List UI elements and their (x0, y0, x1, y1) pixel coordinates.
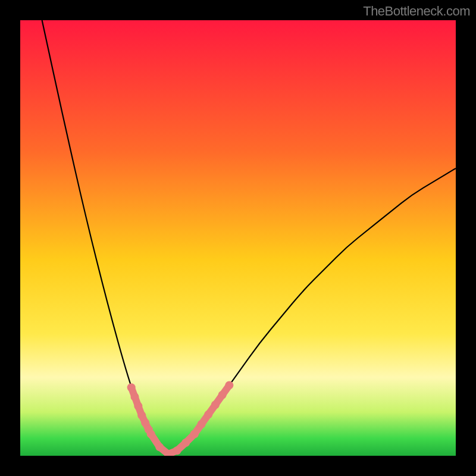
chart-frame: TheBottleneck.com (0, 0, 476, 476)
bottleneck-curve-chart (20, 20, 456, 456)
gradient-background (20, 20, 456, 456)
dot-marker (225, 381, 233, 389)
watermark-text: TheBottleneck.com (363, 4, 470, 19)
plot-area (20, 20, 456, 456)
